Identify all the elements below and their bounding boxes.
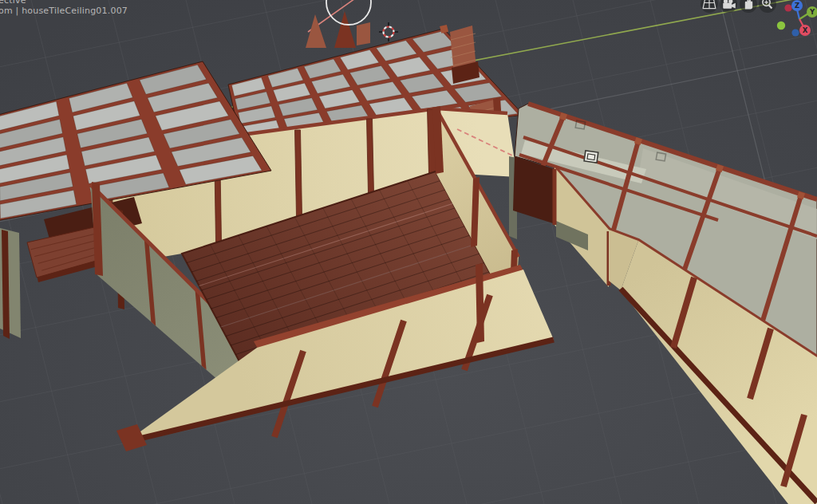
gizmo-z-label: Z [795,2,799,10]
brick-piece [357,22,370,45]
viewport-canvas[interactable]: Z Y X [0,0,817,504]
far-wall-post [295,130,302,216]
blender-3d-viewport[interactable]: Z Y X ective om | houseTileCeiling01.007 [0,0,817,504]
walkway-hatch [584,151,598,163]
gizmo-x-label: X [803,26,808,34]
gizmo-y-negative-ball[interactable] [777,22,785,30]
gizmo-z-negative-ball[interactable] [791,29,799,36]
gizmo-y-label: Y [809,8,815,16]
far-wall-post [367,119,374,193]
gizmo-x-negative-ball[interactable] [784,4,791,11]
